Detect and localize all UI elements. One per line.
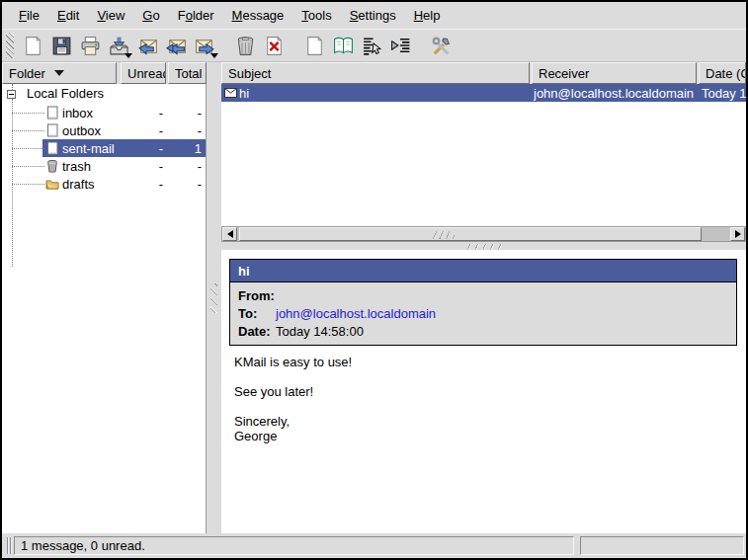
menu-help[interactable]: Help [405, 3, 450, 28]
message-list-hscrollbar[interactable] [221, 226, 746, 242]
mark-message-icon [361, 35, 383, 57]
collapse-expander-icon[interactable] [7, 90, 16, 99]
menu-bar: FileEditViewGoFolderMessageToolsSettings… [2, 2, 746, 29]
field-label: Date: [238, 324, 276, 339]
column-header-total[interactable]: Total [168, 62, 207, 84]
folder-unread-count: - [122, 159, 163, 174]
message-preview-pane: hi From:To:john@localhost.localdomainDat… [221, 250, 746, 533]
menu-message[interactable]: Message [223, 3, 293, 28]
move-to-trash-button[interactable] [231, 31, 260, 60]
scroll-left-button[interactable] [222, 227, 237, 241]
status-text: 1 message, 0 unread. [21, 538, 145, 553]
column-header-receiver[interactable]: Receiver [532, 62, 697, 84]
folder-row-local-folders[interactable]: Local Folders [2, 86, 206, 104]
folder-row-trash[interactable]: trash-- [2, 157, 206, 175]
paper-icon [45, 123, 59, 137]
folder-name: outbox [62, 123, 101, 138]
reply-all-icon [165, 35, 188, 57]
move-to-trash-icon [234, 35, 257, 57]
mark-message-button[interactable] [358, 31, 386, 60]
address-book-icon [332, 35, 355, 57]
new-page-icon [303, 35, 326, 57]
print-button[interactable] [76, 31, 105, 60]
header-field-row: Date:Today 14:58:00 [230, 322, 736, 340]
horizontal-splitter[interactable] [221, 242, 746, 250]
message-header-fields: From:To:john@localhost.localdomainDate:T… [230, 282, 736, 345]
scrollbar-thumb[interactable] [239, 227, 702, 241]
reply-button[interactable] [133, 31, 162, 60]
field-label: From: [238, 288, 276, 303]
menu-settings[interactable]: Settings [341, 3, 405, 28]
dropdown-arrow-icon [125, 53, 132, 58]
tree-line [12, 130, 44, 131]
message-status-icon [224, 88, 237, 98]
column-header-folder[interactable]: Folder [2, 62, 117, 84]
create-filter-icon [389, 35, 412, 57]
folder-name: drafts [62, 177, 95, 192]
tree-line [12, 113, 44, 114]
dropdown-arrow-icon [210, 53, 218, 58]
folder-name: sent-mail [62, 141, 115, 156]
folder-unread-count: - [122, 141, 163, 156]
folder-row-outbox[interactable]: outbox-- [2, 121, 206, 139]
folder-total-count: - [163, 106, 202, 120]
menu-go[interactable]: Go [133, 3, 168, 28]
folder-row-drafts[interactable]: drafts-- [2, 175, 206, 193]
print-icon [79, 35, 102, 57]
column-header-label: Receiver [539, 66, 589, 81]
configure-icon [430, 35, 453, 57]
check-mail-button[interactable] [105, 31, 133, 60]
message-subject-header: hi [230, 260, 736, 282]
column-header-subject[interactable]: Subject [221, 62, 530, 84]
folder-pane: FolderUnreadTotal Local Foldersinbox--ou… [2, 62, 207, 533]
menu-tools[interactable]: Tools [292, 3, 340, 28]
paper-icon [45, 141, 59, 155]
message-body: KMail is easy to use! See you later! Sin… [234, 355, 352, 443]
folder-total-count: - [163, 123, 202, 138]
folder-row-sent-mail[interactable]: sent-mail-1 [2, 139, 206, 157]
menu-edit[interactable]: Edit [48, 3, 88, 28]
statusbar-handle[interactable] [7, 537, 12, 554]
field-value: Today 14:58:00 [276, 324, 364, 339]
scrollbar-grip-icon [433, 231, 455, 239]
create-filter-button[interactable] [386, 31, 415, 60]
save-as-icon [50, 35, 73, 57]
field-value-link[interactable]: john@localhost.localdomain [276, 306, 436, 321]
address-book-button[interactable] [329, 31, 358, 60]
toolbar-drag-handle[interactable] [6, 33, 14, 58]
new-page-button[interactable] [300, 31, 329, 60]
main-content: FolderUnreadTotal Local Foldersinbox--ou… [2, 62, 746, 533]
folder-total-count: - [163, 159, 202, 174]
message-date: Today 14:58:00 [702, 86, 746, 101]
folder-total-count: - [163, 177, 202, 192]
reply-all-button[interactable] [162, 31, 191, 60]
scroll-right-button[interactable] [730, 227, 745, 241]
column-header-date[interactable]: Date (O [699, 62, 746, 84]
menu-view[interactable]: View [88, 3, 133, 28]
tree-line [12, 184, 44, 185]
status-bar: 1 message, 0 unread. [2, 533, 746, 558]
vertical-splitter[interactable] [207, 62, 221, 533]
message-row[interactable]: hijohn@localhost.localdomainToday 14:58:… [221, 84, 746, 102]
folder-row-inbox[interactable]: inbox-- [2, 104, 206, 121]
trashcan-icon [45, 159, 59, 173]
forward-button[interactable] [191, 31, 219, 60]
column-header-label: Date (O [706, 66, 746, 81]
configure-button[interactable] [427, 31, 456, 60]
folder-icon [45, 177, 59, 191]
main-toolbar [2, 29, 746, 62]
folder-name: Local Folders [27, 86, 104, 101]
paper-icon [45, 106, 59, 120]
folder-tree: Local Foldersinbox--outbox--sent-mail-1t… [2, 84, 207, 533]
column-header-unread[interactable]: Unread [121, 62, 166, 84]
delete-button[interactable] [260, 31, 289, 60]
splitter-grip-icon [466, 244, 502, 249]
splitter-grip-icon [210, 283, 217, 313]
menu-file[interactable]: File [10, 3, 48, 28]
menu-folder[interactable]: Folder [169, 3, 223, 28]
save-as-button[interactable] [47, 31, 76, 60]
message-receiver: john@localhost.localdomain [534, 86, 696, 101]
sort-descending-icon [54, 70, 64, 76]
new-message-button[interactable] [19, 31, 47, 60]
arrow-left-icon [227, 230, 233, 238]
